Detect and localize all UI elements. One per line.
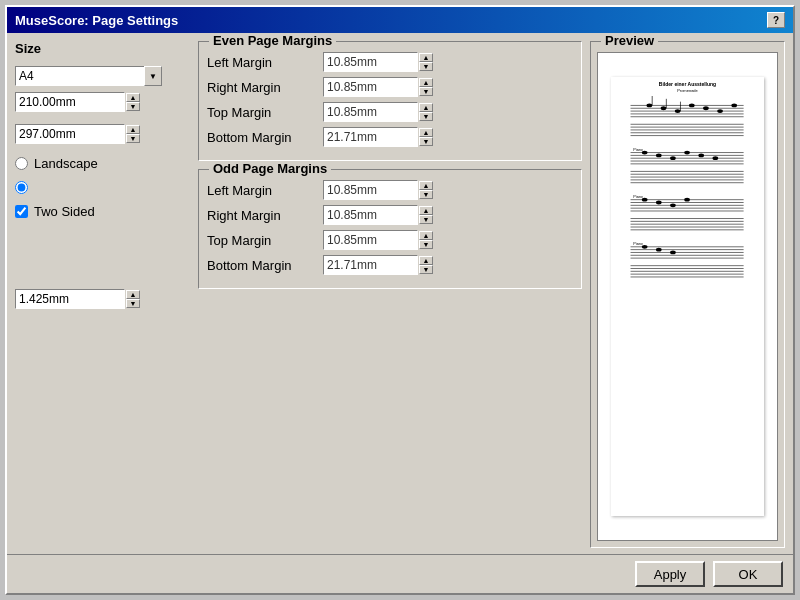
two-sided-checkbox[interactable]: [15, 205, 28, 218]
svg-text:Piano: Piano: [634, 242, 644, 246]
even-left-label: Left Margin: [207, 55, 317, 70]
even-top-spinbox[interactable]: ▲ ▼: [419, 103, 433, 121]
even-right-spin-down[interactable]: ▼: [419, 87, 433, 96]
spatium-input-group[interactable]: ▲ ▼: [15, 289, 190, 309]
odd-top-row: Top Margin ▲ ▼: [207, 230, 573, 250]
even-bottom-spin-down[interactable]: ▼: [419, 137, 433, 146]
even-right-input[interactable]: [323, 77, 418, 97]
even-bottom-input-group[interactable]: ▲ ▼: [323, 127, 433, 147]
even-top-input-group[interactable]: ▲ ▼: [323, 102, 433, 122]
odd-left-input[interactable]: [323, 180, 418, 200]
svg-point-13: [689, 104, 695, 108]
page-size-selector[interactable]: A4 Letter Legal ▼: [15, 66, 190, 86]
spatium-input[interactable]: [15, 289, 125, 309]
apply-button[interactable]: Apply: [635, 561, 705, 587]
even-left-spin-up[interactable]: ▲: [419, 53, 433, 62]
height-input-group[interactable]: ▲ ▼: [15, 124, 140, 144]
height-spin-down[interactable]: ▼: [126, 134, 140, 143]
odd-top-spin-down[interactable]: ▼: [419, 240, 433, 249]
odd-left-spin-down[interactable]: ▼: [419, 190, 433, 199]
dialog-title: MuseScore: Page Settings: [15, 13, 178, 28]
odd-left-spinbox[interactable]: ▲ ▼: [419, 181, 433, 199]
even-top-spin-up[interactable]: ▲: [419, 103, 433, 112]
preview-group: Preview Bilder einer Ausstellung Promena…: [590, 41, 785, 548]
odd-bottom-spin-up[interactable]: ▲: [419, 256, 433, 265]
landscape-radio[interactable]: [15, 157, 28, 170]
title-bar: MuseScore: Page Settings ?: [7, 7, 793, 33]
svg-point-31: [656, 154, 662, 158]
even-top-label: Top Margin: [207, 105, 317, 120]
spatium-spin-up[interactable]: ▲: [126, 290, 140, 299]
even-top-input[interactable]: [323, 102, 418, 122]
odd-bottom-input-group[interactable]: ▲ ▼: [323, 255, 433, 275]
even-top-row: Top Margin ▲ ▼: [207, 102, 573, 122]
svg-point-12: [675, 110, 681, 114]
portrait-radio[interactable]: [15, 181, 28, 194]
left-panel: Size A4 Letter Legal ▼ ▲ ▼: [15, 41, 190, 546]
odd-bottom-spin-down[interactable]: ▼: [419, 265, 433, 274]
even-bottom-input[interactable]: [323, 127, 418, 147]
even-left-input-group[interactable]: ▲ ▼: [323, 52, 433, 72]
odd-right-input[interactable]: [323, 205, 418, 225]
page-size-select[interactable]: A4 Letter Legal: [15, 66, 145, 86]
even-left-spin-down[interactable]: ▼: [419, 62, 433, 71]
odd-left-label: Left Margin: [207, 183, 317, 198]
height-input[interactable]: [15, 124, 125, 144]
even-right-input-group[interactable]: ▲ ▼: [323, 77, 433, 97]
height-row: ▲ ▼: [15, 124, 190, 144]
svg-point-16: [732, 104, 738, 108]
height-spin-up[interactable]: ▲: [126, 125, 140, 134]
odd-top-spinbox[interactable]: ▲ ▼: [419, 231, 433, 249]
odd-left-row: Left Margin ▲ ▼: [207, 180, 573, 200]
even-left-input[interactable]: [323, 52, 418, 72]
landscape-label: Landscape: [34, 156, 98, 171]
even-bottom-spinbox[interactable]: ▲ ▼: [419, 128, 433, 146]
odd-top-input[interactable]: [323, 230, 418, 250]
preview-area: Bilder einer Ausstellung Promenade: [597, 52, 778, 541]
odd-bottom-spinbox[interactable]: ▲ ▼: [419, 256, 433, 274]
even-margins-label: Even Page Margins: [209, 33, 336, 48]
staff-svg: Piano Piano Piano: [611, 96, 763, 473]
page-size-dropdown-arrow[interactable]: ▼: [144, 66, 162, 86]
odd-top-spin-up[interactable]: ▲: [419, 231, 433, 240]
preview-label: Preview: [601, 33, 658, 48]
height-spinbox[interactable]: ▲ ▼: [126, 125, 140, 143]
odd-left-spin-up[interactable]: ▲: [419, 181, 433, 190]
odd-right-spin-up[interactable]: ▲: [419, 206, 433, 215]
svg-point-34: [699, 154, 705, 158]
help-button[interactable]: ?: [767, 12, 785, 28]
dialog-content: Size A4 Letter Legal ▼ ▲ ▼: [7, 33, 793, 554]
spatium-spin-down[interactable]: ▼: [126, 299, 140, 308]
svg-point-49: [685, 198, 691, 202]
svg-point-10: [647, 104, 653, 108]
even-bottom-spin-up[interactable]: ▲: [419, 128, 433, 137]
width-spin-down[interactable]: ▼: [126, 102, 140, 111]
width-input-group[interactable]: ▲ ▼: [15, 92, 140, 112]
two-sided-label: Two Sided: [34, 204, 95, 219]
odd-right-input-group[interactable]: ▲ ▼: [323, 205, 433, 225]
even-right-spin-up[interactable]: ▲: [419, 78, 433, 87]
odd-right-spinbox[interactable]: ▲ ▼: [419, 206, 433, 224]
size-label: Size: [15, 41, 190, 56]
odd-bottom-label: Bottom Margin: [207, 258, 317, 273]
odd-margins-label: Odd Page Margins: [209, 161, 331, 176]
even-left-row: Left Margin ▲ ▼: [207, 52, 573, 72]
odd-right-row: Right Margin ▲ ▼: [207, 205, 573, 225]
svg-point-33: [685, 151, 691, 155]
middle-panel: Even Page Margins Left Margin ▲ ▼ Right …: [198, 41, 582, 546]
width-spinbox[interactable]: ▲ ▼: [126, 93, 140, 111]
even-bottom-label: Bottom Margin: [207, 130, 317, 145]
odd-right-spin-down[interactable]: ▼: [419, 215, 433, 224]
portrait-row: Portrait: [15, 181, 190, 194]
even-right-spinbox[interactable]: ▲ ▼: [419, 78, 433, 96]
ok-button[interactable]: OK: [713, 561, 783, 587]
width-spin-up[interactable]: ▲: [126, 93, 140, 102]
dialog-footer: Apply OK: [7, 554, 793, 593]
odd-bottom-input[interactable]: [323, 255, 418, 275]
spatium-spinbox[interactable]: ▲ ▼: [126, 290, 140, 308]
even-left-spinbox[interactable]: ▲ ▼: [419, 53, 433, 71]
even-top-spin-down[interactable]: ▼: [419, 112, 433, 121]
odd-top-input-group[interactable]: ▲ ▼: [323, 230, 433, 250]
width-input[interactable]: [15, 92, 125, 112]
odd-left-input-group[interactable]: ▲ ▼: [323, 180, 433, 200]
